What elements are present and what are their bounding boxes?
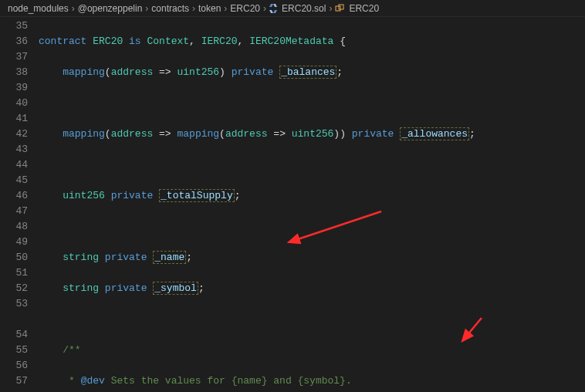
line-number: 48 — [0, 219, 28, 235]
chevron-right-icon: › — [145, 3, 148, 14]
line-number: 53 — [0, 296, 28, 312]
svg-marker-3 — [273, 10, 277, 13]
line-number: 41 — [0, 111, 28, 127]
code-line[interactable] — [39, 157, 585, 173]
line-number: 51 — [0, 265, 28, 281]
chevron-right-icon: › — [329, 3, 332, 14]
line-number: 50 — [0, 250, 28, 265]
svg-marker-0 — [269, 4, 273, 7]
code-line[interactable]: /** — [39, 343, 585, 358]
code-line[interactable] — [39, 219, 585, 235]
svg-marker-2 — [269, 10, 273, 13]
line-number: 37 — [0, 49, 28, 65]
breadcrumb-seg[interactable]: token — [198, 3, 221, 14]
line-number: 38 — [0, 65, 28, 80]
svg-marker-1 — [273, 4, 277, 7]
line-number: 56 — [0, 358, 28, 373]
breadcrumb-seg[interactable]: ERC20.sol — [282, 3, 326, 14]
breadcrumb-seg[interactable]: @openzeppelin — [78, 3, 143, 14]
code-line[interactable]: string private _name; — [39, 250, 585, 265]
line-number — [0, 312, 28, 327]
breadcrumb[interactable]: node_modules › @openzeppelin › contracts… — [0, 0, 585, 17]
line-number: 47 — [0, 204, 28, 219]
line-number: 45 — [0, 173, 28, 188]
code-line[interactable]: uint256 private _totalSupply; — [39, 188, 585, 204]
line-number: 46 — [0, 188, 28, 204]
code-line[interactable]: string private _symbol; — [39, 281, 585, 296]
breadcrumb-seg[interactable]: ERC20 — [230, 3, 260, 14]
line-number: 54 — [0, 327, 28, 343]
editor[interactable]: 35 36 37 38 39 40 41 42 43 44 45 46 47 4… — [0, 17, 585, 392]
gutter: 35 36 37 38 39 40 41 42 43 44 45 46 47 4… — [0, 17, 34, 392]
chevron-right-icon: › — [224, 3, 227, 14]
code-line[interactable] — [39, 96, 585, 111]
line-number: 57 — [0, 373, 28, 389]
line-number: 42 — [0, 127, 28, 142]
line-number: 40 — [0, 96, 28, 111]
code-line[interactable]: mapping(address => uint256) private _bal… — [39, 65, 585, 80]
class-icon — [335, 4, 344, 13]
solidity-file-icon — [269, 4, 277, 13]
svg-rect-5 — [339, 5, 343, 9]
code-line[interactable]: mapping(address => mapping(address => ui… — [39, 127, 585, 142]
line-number: 43 — [0, 142, 28, 157]
line-number: 36 — [0, 34, 28, 49]
chevron-right-icon: › — [72, 3, 75, 14]
line-number: 44 — [0, 157, 28, 173]
breadcrumb-seg[interactable]: node_modules — [8, 3, 69, 14]
line-number: 35 — [0, 19, 28, 34]
code-area[interactable]: contract ERC20 is Context, IERC20, IERC2… — [34, 17, 585, 392]
chevron-right-icon: › — [192, 3, 195, 14]
code-line[interactable]: * @dev Sets the values for {name} and {s… — [39, 373, 585, 389]
line-number: 39 — [0, 80, 28, 96]
breadcrumb-seg[interactable]: contracts — [151, 3, 189, 14]
line-number: 49 — [0, 235, 28, 250]
svg-rect-4 — [336, 6, 340, 11]
breadcrumb-seg-current[interactable]: ERC20 — [349, 3, 379, 14]
chevron-right-icon: › — [263, 3, 266, 14]
code-line[interactable]: contract ERC20 is Context, IERC20, IERC2… — [39, 34, 585, 49]
line-number: 55 — [0, 343, 28, 358]
code-line[interactable] — [39, 312, 585, 327]
line-number: 52 — [0, 281, 28, 296]
